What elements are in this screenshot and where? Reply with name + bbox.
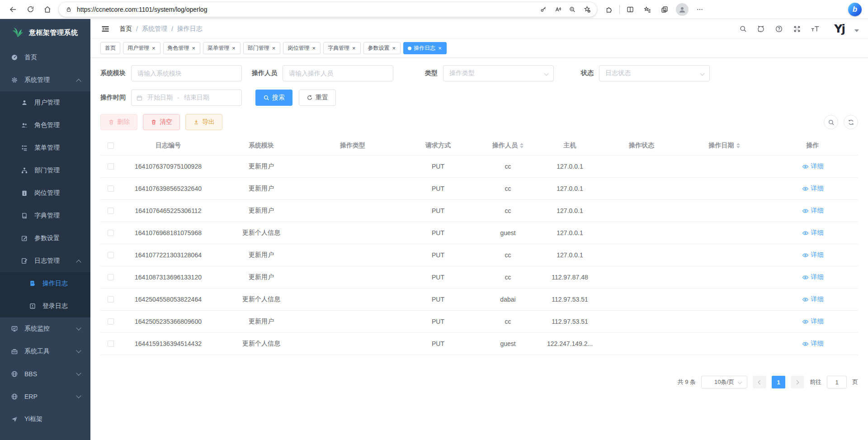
split-screen-icon[interactable] xyxy=(622,2,639,17)
sidebar-item-system-tools[interactable]: 系统工具 xyxy=(0,340,90,363)
row-checkbox[interactable] xyxy=(108,208,114,214)
sidebar-item-oper-log[interactable]: 操作日志 xyxy=(0,272,90,295)
detail-link[interactable]: 详细 xyxy=(802,162,824,170)
key-icon[interactable] xyxy=(536,2,551,17)
favorite-add-icon[interactable] xyxy=(580,2,594,17)
row-checkbox[interactable] xyxy=(108,185,114,192)
detail-link[interactable]: 详细 xyxy=(802,317,824,326)
user-menu-caret-icon[interactable] xyxy=(854,29,859,32)
breadcrumb-home[interactable]: 首页 xyxy=(119,25,132,33)
refresh-icon[interactable] xyxy=(22,2,39,17)
back-icon[interactable] xyxy=(5,2,22,17)
detail-link[interactable]: 详细 xyxy=(802,340,824,348)
sidebar-item-dict-mgmt[interactable]: 字典管理 xyxy=(0,204,90,227)
sidebar-item-menu-mgmt[interactable]: 菜单管理 xyxy=(0,137,90,159)
tab-user-mgmt[interactable]: 用户管理× xyxy=(123,42,160,54)
more-menu-icon[interactable] xyxy=(691,2,708,17)
sort-carets-icon[interactable] xyxy=(520,143,524,148)
sidebar-item-erp[interactable]: ERP xyxy=(0,385,90,408)
tab-home[interactable]: 首页 xyxy=(100,42,120,54)
collapse-menu-icon[interactable] xyxy=(99,22,111,36)
sidebar-item-login-log[interactable]: 登录日志 xyxy=(0,295,90,317)
read-aloud-icon[interactable] xyxy=(551,2,565,17)
type-select[interactable]: 操作类型 xyxy=(443,65,554,81)
fullscreen-icon[interactable] xyxy=(792,24,802,34)
page-size-select[interactable]: 10条/页 xyxy=(701,376,747,388)
close-icon[interactable]: × xyxy=(192,45,196,51)
table-search-button[interactable] xyxy=(824,115,838,129)
sidebar-item-system-mgmt[interactable]: 系统管理 xyxy=(0,69,90,91)
detail-link[interactable]: 详细 xyxy=(802,273,824,281)
row-checkbox[interactable] xyxy=(108,230,114,236)
address-bar[interactable]: https://ccnetcore.com:1101/system/log/op… xyxy=(59,2,597,17)
tab-param-settings[interactable]: 参数设置× xyxy=(363,42,401,54)
sidebar-item-role-mgmt[interactable]: 角色管理 xyxy=(0,114,90,137)
row-checkbox[interactable] xyxy=(108,341,114,347)
detail-link[interactable]: 详细 xyxy=(802,185,824,193)
sidebar-item-bbs[interactable]: BBS xyxy=(0,363,90,385)
current-page-button[interactable]: 1 xyxy=(772,376,785,388)
zoom-out-icon[interactable] xyxy=(565,2,580,17)
close-icon[interactable]: × xyxy=(311,45,316,51)
profile-avatar[interactable] xyxy=(676,3,689,16)
sidebar-item-home[interactable]: 首页 xyxy=(0,46,90,69)
github-icon[interactable] xyxy=(755,24,766,34)
sidebar-item-param-settings[interactable]: 参数设置 xyxy=(0,227,90,250)
yj-logo[interactable]: Yj xyxy=(834,22,844,35)
tab-dept-mgmt[interactable]: 部门管理× xyxy=(243,42,281,54)
export-button[interactable]: 导出 xyxy=(185,114,222,130)
detail-link[interactable]: 详细 xyxy=(802,295,824,303)
next-page-button[interactable] xyxy=(791,376,804,388)
tab-dict-mgmt[interactable]: 字典管理× xyxy=(323,42,361,54)
goto-page-input[interactable] xyxy=(827,376,847,388)
sort-carets-icon[interactable] xyxy=(736,143,740,148)
favorites-bar-icon[interactable] xyxy=(639,2,656,17)
sidebar-item-dept-mgmt[interactable]: 部门管理 xyxy=(0,159,90,182)
module-input[interactable] xyxy=(131,65,242,81)
operator-input[interactable] xyxy=(283,65,393,81)
date-range-picker[interactable]: 开始日期 - 结束日期 xyxy=(131,90,242,106)
table-refresh-button[interactable] xyxy=(844,115,858,129)
reset-button[interactable]: 重置 xyxy=(299,90,336,106)
status-select[interactable]: 日志状态 xyxy=(599,65,710,81)
app-logo[interactable]: 意框架管理系统 xyxy=(0,19,90,46)
sidebar-item-post-mgmt[interactable]: 岗位管理 xyxy=(0,182,90,204)
sidebar-item-log-mgmt[interactable]: 日志管理 xyxy=(0,250,90,272)
row-checkbox[interactable] xyxy=(108,274,114,280)
url-text[interactable]: https://ccnetcore.com:1101/system/log/op… xyxy=(77,6,536,13)
help-icon[interactable] xyxy=(774,24,784,34)
search-icon[interactable] xyxy=(737,24,748,34)
prev-page-button[interactable] xyxy=(753,376,766,388)
sidebar-item-user-mgmt[interactable]: 用户管理 xyxy=(0,91,90,114)
row-checkbox[interactable] xyxy=(108,318,114,325)
search-button[interactable]: 搜索 xyxy=(255,90,292,106)
sidebar-item-yi-framework[interactable]: Yi框架 xyxy=(0,408,90,431)
collections-icon[interactable] xyxy=(656,2,673,17)
tab-oper-log[interactable]: 操作日志× xyxy=(403,42,447,54)
font-size-icon[interactable] xyxy=(810,24,821,34)
row-checkbox[interactable] xyxy=(108,163,114,170)
close-icon[interactable]: × xyxy=(352,45,356,51)
tab-menu-mgmt[interactable]: 菜单管理× xyxy=(203,42,241,54)
copilot-icon[interactable]: b xyxy=(848,3,862,16)
close-icon[interactable]: × xyxy=(392,45,396,51)
home-icon[interactable] xyxy=(39,2,56,17)
detail-link[interactable]: 详细 xyxy=(802,251,824,259)
breadcrumb-system-mgmt[interactable]: 系统管理 xyxy=(142,25,167,33)
close-icon[interactable]: × xyxy=(272,45,276,51)
close-icon[interactable]: × xyxy=(438,45,442,51)
sidebar-item-system-monitor[interactable]: 系统监控 xyxy=(0,317,90,340)
delete-button[interactable]: 删除 xyxy=(100,114,137,130)
row-checkbox[interactable] xyxy=(108,296,114,303)
col-operator[interactable]: 操作人员 xyxy=(478,142,538,150)
detail-link[interactable]: 详细 xyxy=(802,229,824,237)
tab-role-mgmt[interactable]: 角色管理× xyxy=(163,42,201,54)
close-icon[interactable]: × xyxy=(151,45,156,51)
detail-link[interactable]: 详细 xyxy=(802,207,824,215)
col-date[interactable]: 操作日期 xyxy=(681,142,767,150)
tab-post-mgmt[interactable]: 岗位管理× xyxy=(283,42,321,54)
close-icon[interactable]: × xyxy=(231,45,236,51)
header-checkbox[interactable] xyxy=(108,142,114,149)
clear-button[interactable]: 清空 xyxy=(143,114,180,130)
extensions-icon[interactable] xyxy=(600,2,618,17)
